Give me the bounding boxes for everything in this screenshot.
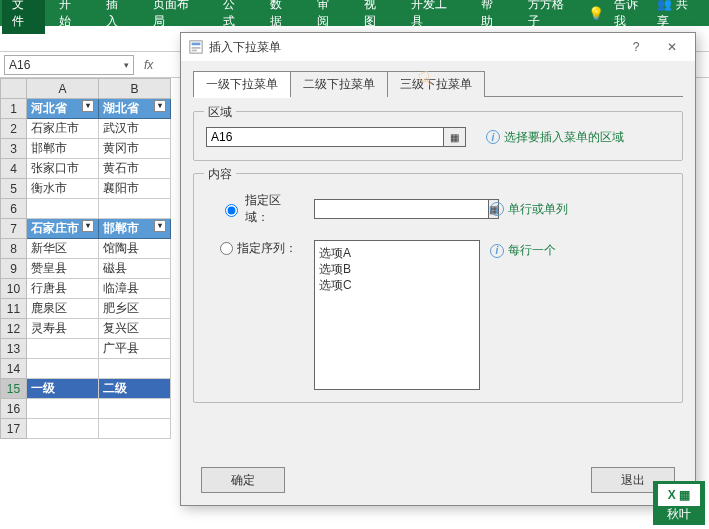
cell[interactable]: 行唐县	[27, 279, 99, 299]
dialog-close-button[interactable]: ✕	[657, 40, 687, 54]
row-header[interactable]: 4	[1, 159, 27, 179]
row-header[interactable]: 5	[1, 179, 27, 199]
row-header[interactable]: 15	[1, 379, 27, 399]
cell[interactable]: 一级	[27, 379, 99, 399]
row-header[interactable]: 14	[1, 359, 27, 379]
col-header-a[interactable]: A	[27, 79, 99, 99]
region-group-title: 区域	[204, 104, 236, 121]
col-header-b[interactable]: B	[99, 79, 171, 99]
cell[interactable]	[99, 199, 171, 219]
row-header[interactable]: 1	[1, 99, 27, 119]
cell[interactable]: 黄冈市	[99, 139, 171, 159]
area-hint: i 单行或单列	[490, 201, 568, 218]
ok-button[interactable]: 确定	[201, 467, 285, 493]
row-header[interactable]: 13	[1, 339, 27, 359]
cell[interactable]	[27, 399, 99, 419]
row-header[interactable]: 6	[1, 199, 27, 219]
row-header[interactable]: 10	[1, 279, 27, 299]
ribbon-tab-file[interactable]: 文件	[2, 0, 45, 34]
dialog-tabstrip: 一级下拉菜单 二级下拉菜单 三级下拉菜单 ☟	[193, 71, 683, 97]
cell[interactable]	[27, 419, 99, 439]
cell[interactable]: 新华区	[27, 239, 99, 259]
radio-series-label[interactable]: 指定序列：	[220, 240, 304, 257]
filter-dropdown-icon[interactable]: ▾	[82, 220, 94, 232]
area-input[interactable]	[314, 199, 489, 219]
tab-level1[interactable]: 一级下拉菜单	[193, 71, 291, 97]
cell[interactable]	[99, 419, 171, 439]
name-box[interactable]: A16 ▾	[4, 55, 134, 75]
cell[interactable]: 河北省▾	[27, 99, 99, 119]
share-icon[interactable]: 👥 共享	[657, 0, 697, 30]
svg-rect-3	[192, 50, 197, 52]
cell[interactable]	[99, 359, 171, 379]
ribbon-tab-home[interactable]: 开始	[49, 0, 92, 34]
range-picker-icon[interactable]: ▦	[444, 127, 466, 147]
fx-icon[interactable]: fx	[138, 58, 159, 72]
form-icon	[189, 40, 203, 54]
cell[interactable]: 石家庄市▾	[27, 219, 99, 239]
series-textarea[interactable]: 选项A选项B选项C	[314, 240, 480, 390]
cell[interactable]: 磁县	[99, 259, 171, 279]
cell[interactable]: 邯郸市	[27, 139, 99, 159]
row-header[interactable]: 9	[1, 259, 27, 279]
ribbon-tab-formula[interactable]: 公式	[213, 0, 256, 34]
cell[interactable]: 襄阳市	[99, 179, 171, 199]
row-header[interactable]: 2	[1, 119, 27, 139]
cell[interactable]: 石家庄市	[27, 119, 99, 139]
cell[interactable]: 武汉市	[99, 119, 171, 139]
brand-watermark: X ▦ 秋叶	[653, 481, 705, 525]
tellme-label[interactable]: 告诉我	[614, 0, 648, 30]
dialog-title: 插入下拉菜单	[209, 39, 615, 56]
ribbon-tab-data[interactable]: 数据	[260, 0, 303, 34]
cell[interactable]	[99, 399, 171, 419]
radio-area-label[interactable]: 指定区域：	[220, 192, 304, 226]
row-header[interactable]: 12	[1, 319, 27, 339]
select-all-corner[interactable]	[1, 79, 27, 99]
region-input[interactable]	[206, 127, 444, 147]
row-header[interactable]: 7	[1, 219, 27, 239]
cell[interactable]: 临漳县	[99, 279, 171, 299]
cell[interactable]: 复兴区	[99, 319, 171, 339]
cell[interactable]: 邯郸市▾	[99, 219, 171, 239]
tab-level3[interactable]: 三级下拉菜单	[387, 71, 485, 97]
dialog-button-bar: 确定 退出	[181, 457, 695, 505]
ribbon-tab-fangfang[interactable]: 方方格子	[518, 0, 584, 34]
row-header[interactable]: 17	[1, 419, 27, 439]
cell[interactable]: 鹿泉区	[27, 299, 99, 319]
tab-level2[interactable]: 二级下拉菜单	[290, 71, 388, 97]
row-header[interactable]: 3	[1, 139, 27, 159]
filter-dropdown-icon[interactable]: ▾	[154, 220, 166, 232]
cell[interactable]: 赞皇县	[27, 259, 99, 279]
content-group: 内容 指定区域： ▦ i 单行或单列 指定序列：	[193, 173, 683, 403]
dialog-titlebar[interactable]: 插入下拉菜单 ? ✕	[181, 33, 695, 61]
ribbon-tab-review[interactable]: 审阅	[307, 0, 350, 34]
ribbon: 文件 开始 插入 页面布局 公式 数据 审阅 视图 开发工具 帮助 方方格子 💡…	[0, 0, 709, 26]
cell[interactable]: 馆陶县	[99, 239, 171, 259]
ribbon-tab-dev[interactable]: 开发工具	[401, 0, 467, 34]
cell[interactable]: 灵寿县	[27, 319, 99, 339]
cell[interactable]: 湖北省▾	[99, 99, 171, 119]
info-icon: i	[486, 130, 500, 144]
ribbon-tab-help[interactable]: 帮助	[471, 0, 514, 34]
row-header[interactable]: 16	[1, 399, 27, 419]
radio-series[interactable]	[220, 242, 233, 255]
ribbon-tab-insert[interactable]: 插入	[96, 0, 139, 34]
dialog-help-button[interactable]: ?	[621, 40, 651, 54]
ribbon-tab-view[interactable]: 视图	[354, 0, 397, 34]
svg-rect-2	[192, 47, 201, 49]
filter-dropdown-icon[interactable]: ▾	[154, 100, 166, 112]
cell[interactable]	[27, 339, 99, 359]
cell[interactable]: 衡水市	[27, 179, 99, 199]
radio-area[interactable]	[225, 204, 238, 217]
cell[interactable]: 黄石市	[99, 159, 171, 179]
cell[interactable]	[27, 359, 99, 379]
row-header[interactable]: 8	[1, 239, 27, 259]
filter-dropdown-icon[interactable]: ▾	[82, 100, 94, 112]
cell[interactable]: 二级	[99, 379, 171, 399]
row-header[interactable]: 11	[1, 299, 27, 319]
cell[interactable]: 广平县	[99, 339, 171, 359]
cell[interactable]: 张家口市	[27, 159, 99, 179]
cell[interactable]	[27, 199, 99, 219]
cell[interactable]: 肥乡区	[99, 299, 171, 319]
ribbon-tab-pagelayout[interactable]: 页面布局	[143, 0, 209, 34]
